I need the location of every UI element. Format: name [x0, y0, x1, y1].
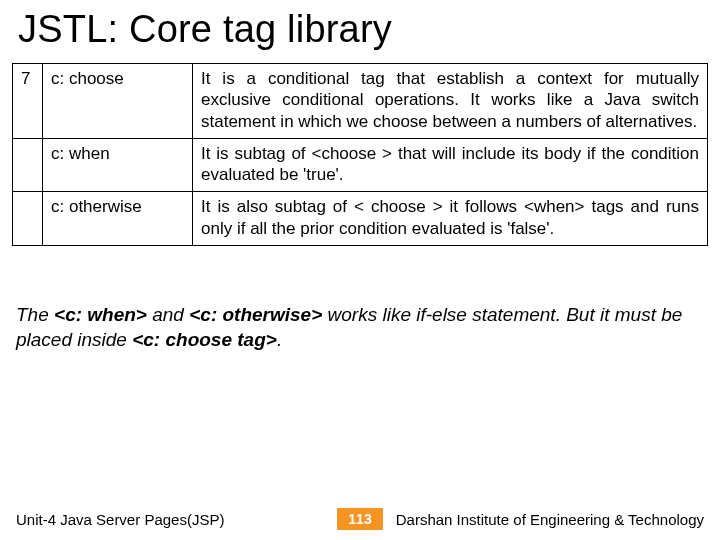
caption-segment: and [147, 304, 189, 325]
caption-bold: <c: otherwise> [189, 304, 322, 325]
row-number: 7 [13, 64, 43, 139]
row-desc: It is a conditional tag that establish a… [193, 64, 708, 139]
caption-bold: <c: when> [54, 304, 147, 325]
row-number [13, 192, 43, 246]
table-row: c: otherwise It is also subtag of < choo… [13, 192, 708, 246]
row-desc: It is subtag of <choose > that will incl… [193, 138, 708, 192]
slide: JSTL: Core tag library 7 c: choose It is… [0, 0, 720, 540]
footer-page: 113 [337, 508, 383, 530]
table-row: 7 c: choose It is a conditional tag that… [13, 64, 708, 139]
tag-table: 7 c: choose It is a conditional tag that… [12, 63, 708, 246]
row-number [13, 138, 43, 192]
row-tag: c: choose [43, 64, 193, 139]
row-tag: c: when [43, 138, 193, 192]
footer-left: Unit-4 Java Server Pages(JSP) [16, 511, 337, 528]
caption-bold: <c: choose tag> [132, 329, 277, 350]
tag-table-wrap: 7 c: choose It is a conditional tag that… [0, 63, 720, 246]
caption-segment: . [277, 329, 282, 350]
caption-text: The <c: when> and <c: otherwise> works l… [0, 302, 720, 353]
page-title: JSTL: Core tag library [0, 0, 720, 63]
row-desc: It is also subtag of < choose > it follo… [193, 192, 708, 246]
row-tag: c: otherwise [43, 192, 193, 246]
caption-segment: The [16, 304, 54, 325]
footer: Unit-4 Java Server Pages(JSP) 113 Darsha… [0, 508, 720, 530]
footer-right: Darshan Institute of Engineering & Techn… [383, 511, 704, 528]
table-row: c: when It is subtag of <choose > that w… [13, 138, 708, 192]
